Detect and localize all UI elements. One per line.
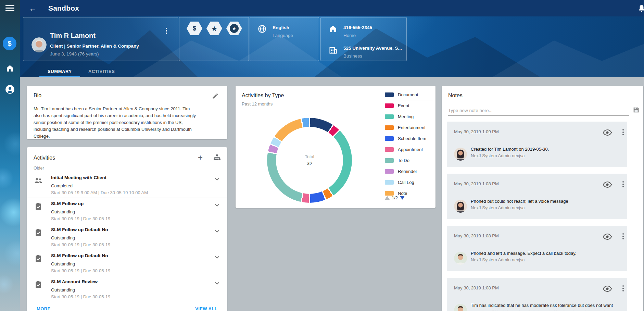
chevron-down-icon[interactable] [213,253,221,261]
bio-card: Bio Mr. Tim Lamont has been a Senior Par… [27,86,227,139]
note-text: Tim has indicated that he has moderate r… [471,302,623,311]
visibility-eye-icon[interactable] [603,234,612,240]
note-timestamp: May 30, 2019 1:09 PM [454,129,499,134]
save-note-icon[interactable] [632,106,640,114]
activities-title: Activities [34,155,55,161]
legend-label: Call Log [398,180,414,185]
legend-page-up-icon[interactable] [385,196,390,200]
tab-activities[interactable]: ACTIVITIES [80,66,123,77]
note-author-avatar [454,200,467,213]
activity-status: Completed [51,183,73,188]
notes-title: Notes [448,92,463,99]
add-activity-icon[interactable]: + [196,153,204,162]
legend-item[interactable]: Entertainment [385,122,433,133]
profile-header: Tim R Lamont Client | Senior Partner, Al… [20,16,644,77]
note-author-avatar [454,304,467,311]
dollar-badge-icon[interactable]: $ [187,22,202,35]
star-badge-icon[interactable]: ★ [206,22,222,35]
legend-swatch [385,125,394,130]
activity-row[interactable]: SLM Account Review Outstanding Start 30-… [27,276,227,302]
badges-card: $ ★ ★ [179,17,249,61]
new-note-input[interactable] [448,105,629,116]
building-icon [328,46,338,55]
bio-title: Bio [34,92,41,99]
activity-dates: Start 30-05-19 9:00 AM | Due 30-05-19 10… [51,190,148,195]
chevron-down-icon[interactable] [213,175,221,183]
view-all-button[interactable]: VIEW ALL [195,306,217,311]
visibility-eye-icon[interactable] [603,286,612,292]
home-icon[interactable] [5,64,14,73]
legend-item[interactable]: Document [385,89,433,100]
language-card[interactable]: English Language [250,17,319,61]
note-timestamp: May 30, 2019 1:08 PM [454,233,499,238]
activities-group-label: Older [34,166,44,171]
top-app-bar: ← Sandbox [20,0,644,16]
activities-card: Activities + Older Initial Meeting with … [27,147,227,311]
contact-card[interactable]: 416-555-2345 Home 525 University Avenue,… [320,17,407,61]
activity-status: Outstanding [51,261,75,266]
note-text: Phoned and left a message. Expect a call… [471,250,623,257]
activity-row[interactable]: SLM Follow up Outstanding Start 30-05-19… [27,198,227,224]
chevron-down-icon[interactable] [213,227,221,235]
activity-title: Initial Meeting with Client [51,175,106,180]
activity-title: SLM Follow up Default No [51,227,108,232]
legend-item[interactable]: Appointment [385,144,433,155]
task-clipboard-icon [34,202,43,211]
note-timestamp: May 30, 2019 1:08 PM [454,181,499,186]
note-menu-icon[interactable] [622,285,624,291]
menu-icon[interactable] [5,5,14,11]
legend-item[interactable]: Call Log [385,177,433,188]
finance-shortcut-button[interactable]: $ [3,37,16,50]
activity-row[interactable]: Initial Meeting with Client Completed St… [27,172,227,198]
address-label: Business [343,53,362,59]
chevron-down-icon[interactable] [213,279,221,287]
legend-page-down-icon[interactable] [400,196,405,200]
legend-item[interactable]: To Do [385,155,433,166]
tab-summary[interactable]: SUMMARY [39,66,80,77]
client-name: Tim R Lamont [50,32,96,40]
activities-footer: MORE VIEW ALL [27,302,227,311]
chart-legend: Document Event Meeting Entertainment Sch… [385,89,433,196]
chevron-down-icon[interactable] [213,201,221,209]
activity-row[interactable]: SLM Follow up Default No Outstanding Sta… [27,224,227,250]
note-menu-icon[interactable] [622,181,624,187]
profile-card: Tim R Lamont Client | Senior Partner, Al… [23,17,178,61]
activity-status: Outstanding [51,287,75,293]
legend-item[interactable]: Meeting [385,111,433,122]
activity-title: SLM Follow up [51,201,84,206]
more-button[interactable]: MORE [37,306,51,311]
notifications-bell-icon[interactable] [637,4,644,13]
task-clipboard-icon [34,228,43,237]
legend-item[interactable]: Event [385,100,433,111]
legend-label: Appointment [398,147,423,152]
note-timestamp: May 30, 2019 1:08 PM [454,285,499,290]
star-circle-badge-icon[interactable]: ★ [226,22,242,35]
note-item: May 30, 2019 1:08 PM Phoned and left a m… [447,226,627,271]
donut-center: Total 32 [276,127,343,194]
back-arrow-icon[interactable]: ← [29,4,37,12]
left-sidebar: $ [0,0,20,311]
visibility-eye-icon[interactable] [603,129,612,136]
chart-title: Activities by Type [242,92,284,99]
legend-label: Document [398,92,418,97]
account-icon[interactable] [5,85,15,94]
profile-more-menu-icon[interactable] [166,28,167,34]
bio-text: Mr. Tim Lamont has been a Senior Partner… [34,105,197,140]
legend-item[interactable]: Reminder [385,166,433,177]
activity-dates: Start 30-05-19 | Due 30-05-19 [51,268,110,273]
visibility-eye-icon[interactable] [603,182,612,188]
note-menu-icon[interactable] [622,233,624,239]
legend-label: To Do [398,158,409,163]
legend-item[interactable]: Schedule Item [385,133,433,144]
tab-bar: SUMMARY ACTIVITIES [39,66,123,77]
address-value: 525 University Avenue, S... [343,46,402,51]
chart-subtitle: Past 12 months [242,101,273,107]
note-menu-icon[interactable] [622,129,624,135]
edit-pencil-icon[interactable] [212,92,219,99]
note-author: NexJ System Admin nexjsa [471,153,525,158]
page-content: Bio Mr. Tim Lamont has been a Senior Par… [20,77,644,311]
client-subtitle: Client | Senior Partner, Allen & Company [50,43,139,49]
activity-row[interactable]: SLM Follow up Default No Outstanding Sta… [27,250,227,276]
hierarchy-icon[interactable] [213,153,221,162]
note-author-avatar [454,252,467,265]
